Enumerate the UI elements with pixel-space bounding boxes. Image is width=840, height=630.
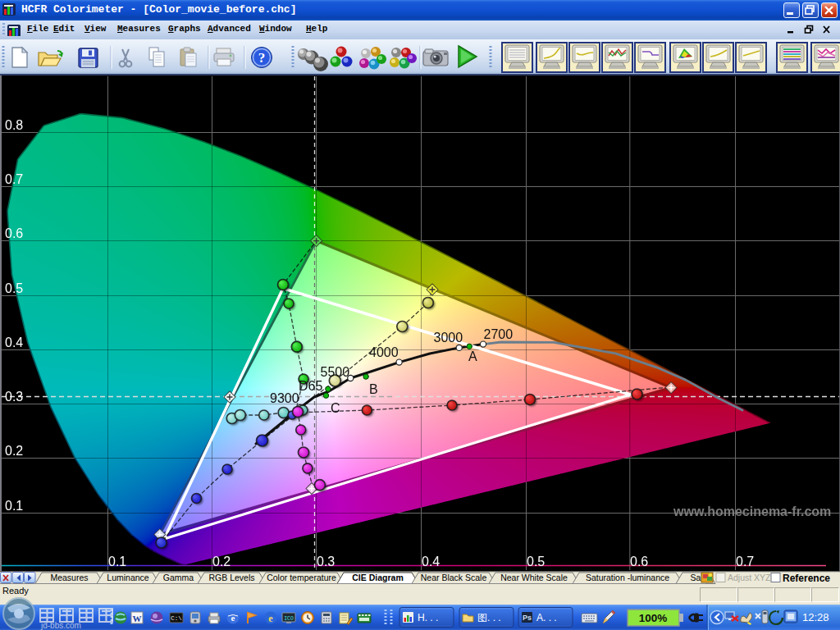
svg-text:100%: 100% [639,612,668,624]
svg-text:A. . .: A. . . [536,612,557,623]
svg-text:Reference: Reference [783,573,830,584]
svg-text:Adjust XYZ: Adjust XYZ [728,573,771,582]
svg-text:RGB Levels: RGB Levels [208,573,254,582]
svg-text:Near Black Scale: Near Black Scale [421,573,487,582]
svg-text:CIE Diagram: CIE Diagram [352,573,403,582]
svg-text:12:28: 12:28 [802,611,829,623]
svg-text:?: ? [258,50,266,66]
svg-text:图. . .: 图. . . [477,612,501,623]
svg-text:e: e [231,613,235,623]
svg-text:e: e [268,613,273,624]
svg-text:H. . .: H. . . [418,612,438,623]
svg-text:Saturation -luminance: Saturation -luminance [586,573,669,582]
svg-text:Measures: Measures [50,573,88,582]
svg-text:Gamma: Gamma [163,573,194,582]
svg-text:jd-bbs.com: jd-bbs.com [40,621,81,630]
svg-text:Luminance: Luminance [107,573,149,582]
svg-text:Ps: Ps [523,614,532,622]
svg-text:ICO: ICO [284,616,294,622]
svg-text:Near White Scale: Near White Scale [500,573,568,582]
svg-text:Color temperature: Color temperature [267,573,336,582]
svg-text:Sa: Sa [691,573,701,582]
